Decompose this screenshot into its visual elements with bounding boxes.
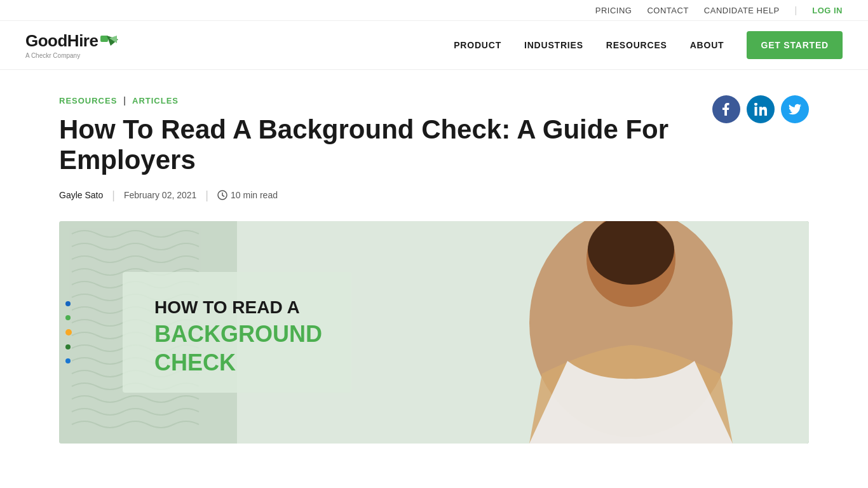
dot-4 bbox=[65, 344, 71, 349]
breadcrumb-articles[interactable]: ARTICLES bbox=[132, 96, 179, 105]
breadcrumb-separator: | bbox=[123, 95, 126, 105]
dot-2 bbox=[65, 315, 71, 320]
article-date: February 02, 2021 bbox=[124, 190, 196, 200]
svg-text:CHECK: CHECK bbox=[154, 349, 236, 376]
svg-rect-0 bbox=[100, 36, 108, 42]
get-started-button[interactable]: GET STARTED bbox=[747, 31, 843, 59]
linkedin-icon bbox=[754, 103, 767, 116]
article-title: How To Read A Background Check: A Guide … bbox=[59, 114, 669, 176]
logo-icon bbox=[100, 34, 118, 48]
log-in-link[interactable]: LOG IN bbox=[812, 6, 843, 15]
contact-link[interactable]: CONTACT bbox=[647, 6, 688, 15]
nav-resources[interactable]: RESOURCES bbox=[606, 40, 667, 50]
logo[interactable]: GoodHire A Checkr Company bbox=[25, 31, 118, 59]
nav-divider: | bbox=[795, 5, 797, 15]
nav-links: PRODUCT INDUSTRIES RESOURCES ABOUT GET S… bbox=[454, 31, 843, 59]
nav-industries[interactable]: INDUSTRIES bbox=[524, 40, 583, 50]
facebook-share-button[interactable] bbox=[712, 95, 740, 123]
read-time: 10 min read bbox=[217, 190, 278, 200]
twitter-icon bbox=[789, 103, 801, 116]
meta-separator: | bbox=[112, 189, 115, 202]
svg-text:HOW TO READ A: HOW TO READ A bbox=[154, 297, 300, 317]
meta-separator-2: | bbox=[205, 189, 208, 202]
hero-image: HOW TO READ A BACKGROUND CHECK bbox=[59, 221, 809, 444]
article-author: Gayle Sato bbox=[59, 190, 103, 200]
article-meta: Gayle Sato | February 02, 2021 | 10 min … bbox=[59, 189, 809, 202]
hero-background-svg: HOW TO READ A BACKGROUND CHECK bbox=[59, 221, 809, 444]
social-share bbox=[712, 95, 809, 123]
twitter-share-button[interactable] bbox=[781, 95, 809, 123]
clock-icon bbox=[217, 190, 227, 200]
breadcrumb: RESOURCES | ARTICLES bbox=[59, 95, 809, 105]
dot-3 bbox=[65, 329, 72, 336]
pricing-link[interactable]: PRICING bbox=[595, 6, 632, 15]
main-nav: GoodHire A Checkr Company PRODUCT INDUST… bbox=[0, 21, 868, 70]
logo-subtitle: A Checkr Company bbox=[25, 52, 118, 59]
read-time-text: 10 min read bbox=[231, 190, 278, 200]
svg-text:BACKGROUND: BACKGROUND bbox=[154, 321, 322, 347]
content-area: RESOURCES | ARTICLES How To Read A Backg… bbox=[34, 70, 834, 444]
candidate-help-link[interactable]: CANDIDATE HELP bbox=[704, 6, 780, 15]
linkedin-share-button[interactable] bbox=[747, 95, 775, 123]
nav-product[interactable]: PRODUCT bbox=[454, 40, 501, 50]
dot-1 bbox=[65, 301, 71, 306]
decorative-dots bbox=[65, 301, 72, 363]
breadcrumb-resources[interactable]: RESOURCES bbox=[59, 96, 117, 105]
utility-bar: PRICING CONTACT CANDIDATE HELP | LOG IN bbox=[0, 0, 868, 21]
nav-about[interactable]: ABOUT bbox=[690, 40, 724, 50]
logo-name: GoodHire bbox=[25, 31, 98, 51]
facebook-icon bbox=[720, 103, 733, 116]
dot-5 bbox=[65, 358, 71, 363]
